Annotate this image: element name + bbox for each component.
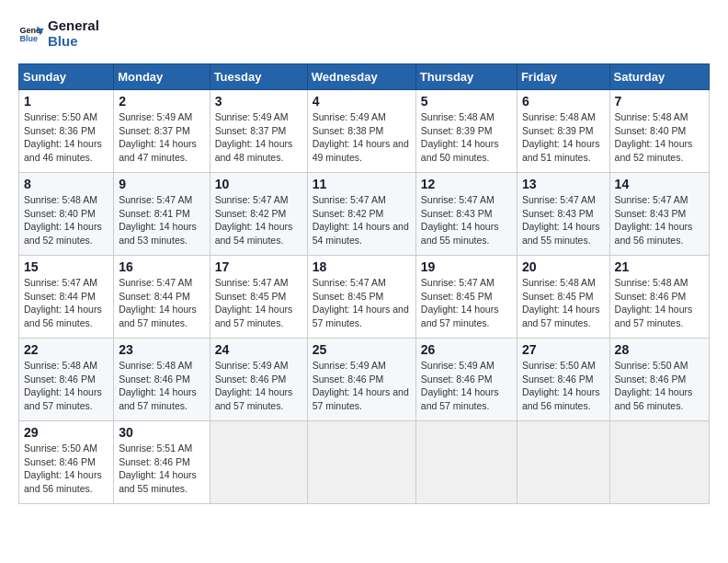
calendar-cell: 21 Sunrise: 5:48 AM Sunset: 8:46 PM Dayl… [609, 256, 709, 339]
col-header-tuesday: Tuesday [210, 64, 307, 90]
svg-text:Blue: Blue [19, 34, 38, 43]
day-info: Sunrise: 5:50 AM Sunset: 8:46 PM Dayligh… [522, 359, 605, 413]
calendar-cell: 1 Sunrise: 5:50 AM Sunset: 8:36 PM Dayli… [19, 90, 114, 173]
day-number: 5 [421, 94, 512, 109]
day-info: Sunrise: 5:47 AM Sunset: 8:43 PM Dayligh… [522, 193, 605, 247]
calendar-cell [307, 421, 415, 504]
calendar-cell: 28 Sunrise: 5:50 AM Sunset: 8:46 PM Dayl… [609, 339, 709, 421]
col-header-monday: Monday [114, 64, 210, 90]
day-info: Sunrise: 5:47 AM Sunset: 8:41 PM Dayligh… [119, 193, 204, 247]
calendar-cell: 16 Sunrise: 5:47 AM Sunset: 8:44 PM Dayl… [114, 256, 210, 339]
col-header-thursday: Thursday [415, 64, 517, 90]
calendar-cell: 22 Sunrise: 5:48 AM Sunset: 8:46 PM Dayl… [19, 339, 114, 421]
day-number: 30 [119, 425, 204, 440]
day-info: Sunrise: 5:47 AM Sunset: 8:45 PM Dayligh… [421, 276, 512, 330]
calendar-cell: 9 Sunrise: 5:47 AM Sunset: 8:41 PM Dayli… [114, 173, 210, 256]
day-number: 8 [24, 177, 108, 191]
day-info: Sunrise: 5:48 AM Sunset: 8:39 PM Dayligh… [522, 110, 605, 165]
day-info: Sunrise: 5:47 AM Sunset: 8:45 PM Dayligh… [313, 276, 411, 330]
calendar-cell: 27 Sunrise: 5:50 AM Sunset: 8:46 PM Dayl… [517, 339, 609, 421]
day-info: Sunrise: 5:49 AM Sunset: 8:37 PM Dayligh… [215, 110, 302, 165]
day-info: Sunrise: 5:49 AM Sunset: 8:46 PM Dayligh… [215, 359, 302, 413]
day-info: Sunrise: 5:47 AM Sunset: 8:43 PM Dayligh… [615, 193, 704, 247]
calendar-cell: 20 Sunrise: 5:48 AM Sunset: 8:45 PM Dayl… [517, 256, 609, 339]
day-info: Sunrise: 5:48 AM Sunset: 8:46 PM Dayligh… [615, 276, 704, 330]
calendar-cell: 23 Sunrise: 5:48 AM Sunset: 8:46 PM Dayl… [114, 339, 210, 421]
day-info: Sunrise: 5:47 AM Sunset: 8:45 PM Dayligh… [215, 276, 302, 330]
calendar-cell: 29 Sunrise: 5:50 AM Sunset: 8:46 PM Dayl… [19, 421, 114, 504]
calendar-cell: 11 Sunrise: 5:47 AM Sunset: 8:42 PM Dayl… [307, 173, 415, 256]
calendar-cell [609, 421, 709, 504]
day-number: 6 [522, 94, 605, 109]
day-number: 20 [522, 259, 605, 274]
day-number: 18 [313, 259, 411, 274]
col-header-wednesday: Wednesday [307, 64, 415, 90]
day-info: Sunrise: 5:47 AM Sunset: 8:44 PM Dayligh… [119, 276, 204, 330]
col-header-saturday: Saturday [609, 64, 709, 90]
day-info: Sunrise: 5:51 AM Sunset: 8:46 PM Dayligh… [119, 442, 204, 496]
day-number: 29 [24, 425, 108, 440]
day-number: 17 [215, 259, 302, 274]
day-info: Sunrise: 5:49 AM Sunset: 8:46 PM Dayligh… [313, 359, 411, 413]
calendar-cell: 24 Sunrise: 5:49 AM Sunset: 8:46 PM Dayl… [210, 339, 307, 421]
col-header-sunday: Sunday [19, 64, 114, 90]
day-number: 10 [215, 177, 302, 191]
day-info: Sunrise: 5:49 AM Sunset: 8:46 PM Dayligh… [421, 359, 512, 413]
logo: General Blue General Blue [18, 18, 99, 49]
day-number: 1 [24, 94, 108, 109]
day-info: Sunrise: 5:50 AM Sunset: 8:36 PM Dayligh… [24, 110, 108, 165]
day-info: Sunrise: 5:49 AM Sunset: 8:37 PM Dayligh… [119, 110, 204, 165]
calendar-cell: 17 Sunrise: 5:47 AM Sunset: 8:45 PM Dayl… [210, 256, 307, 339]
day-number: 16 [119, 259, 204, 274]
calendar-cell: 4 Sunrise: 5:49 AM Sunset: 8:38 PM Dayli… [307, 90, 415, 173]
day-info: Sunrise: 5:47 AM Sunset: 8:42 PM Dayligh… [215, 193, 302, 247]
day-number: 4 [313, 94, 411, 109]
calendar-cell [210, 421, 307, 504]
day-number: 22 [24, 342, 108, 357]
day-info: Sunrise: 5:49 AM Sunset: 8:38 PM Dayligh… [313, 110, 411, 165]
calendar-cell: 6 Sunrise: 5:48 AM Sunset: 8:39 PM Dayli… [517, 90, 609, 173]
day-info: Sunrise: 5:47 AM Sunset: 8:42 PM Dayligh… [313, 193, 411, 247]
calendar-table: SundayMondayTuesdayWednesdayThursdayFrid… [18, 63, 710, 504]
page-header: General Blue General Blue [18, 18, 710, 49]
calendar-cell: 30 Sunrise: 5:51 AM Sunset: 8:46 PM Dayl… [114, 421, 210, 504]
calendar-cell: 26 Sunrise: 5:49 AM Sunset: 8:46 PM Dayl… [415, 339, 517, 421]
calendar-cell: 5 Sunrise: 5:48 AM Sunset: 8:39 PM Dayli… [415, 90, 517, 173]
calendar-cell: 10 Sunrise: 5:47 AM Sunset: 8:42 PM Dayl… [210, 173, 307, 256]
calendar-cell: 19 Sunrise: 5:47 AM Sunset: 8:45 PM Dayl… [415, 256, 517, 339]
calendar-cell: 3 Sunrise: 5:49 AM Sunset: 8:37 PM Dayli… [210, 90, 307, 173]
day-info: Sunrise: 5:50 AM Sunset: 8:46 PM Dayligh… [24, 442, 108, 496]
day-number: 3 [215, 94, 302, 109]
day-number: 7 [615, 94, 704, 109]
day-number: 19 [421, 259, 512, 274]
calendar-cell: 8 Sunrise: 5:48 AM Sunset: 8:40 PM Dayli… [19, 173, 114, 256]
day-number: 27 [522, 342, 605, 357]
day-number: 21 [615, 259, 704, 274]
day-info: Sunrise: 5:50 AM Sunset: 8:46 PM Dayligh… [615, 359, 704, 413]
day-number: 9 [119, 177, 204, 191]
col-header-friday: Friday [517, 64, 609, 90]
day-number: 11 [313, 177, 411, 191]
day-number: 25 [313, 342, 411, 357]
calendar-cell [415, 421, 517, 504]
calendar-cell: 18 Sunrise: 5:47 AM Sunset: 8:45 PM Dayl… [307, 256, 415, 339]
day-info: Sunrise: 5:48 AM Sunset: 8:40 PM Dayligh… [24, 193, 108, 247]
day-info: Sunrise: 5:47 AM Sunset: 8:43 PM Dayligh… [421, 193, 512, 247]
day-number: 28 [615, 342, 704, 357]
day-info: Sunrise: 5:48 AM Sunset: 8:39 PM Dayligh… [421, 110, 512, 165]
calendar-cell: 2 Sunrise: 5:49 AM Sunset: 8:37 PM Dayli… [114, 90, 210, 173]
calendar-cell: 25 Sunrise: 5:49 AM Sunset: 8:46 PM Dayl… [307, 339, 415, 421]
calendar-cell: 14 Sunrise: 5:47 AM Sunset: 8:43 PM Dayl… [609, 173, 709, 256]
day-number: 12 [421, 177, 512, 191]
day-info: Sunrise: 5:48 AM Sunset: 8:46 PM Dayligh… [119, 359, 204, 413]
day-number: 13 [522, 177, 605, 191]
day-info: Sunrise: 5:48 AM Sunset: 8:45 PM Dayligh… [522, 276, 605, 330]
calendar-cell: 7 Sunrise: 5:48 AM Sunset: 8:40 PM Dayli… [609, 90, 709, 173]
day-number: 15 [24, 259, 108, 274]
calendar-cell [517, 421, 609, 504]
calendar-cell: 13 Sunrise: 5:47 AM Sunset: 8:43 PM Dayl… [517, 173, 609, 256]
calendar-cell: 15 Sunrise: 5:47 AM Sunset: 8:44 PM Dayl… [19, 256, 114, 339]
day-number: 24 [215, 342, 302, 357]
day-info: Sunrise: 5:47 AM Sunset: 8:44 PM Dayligh… [24, 276, 108, 330]
day-number: 2 [119, 94, 204, 109]
